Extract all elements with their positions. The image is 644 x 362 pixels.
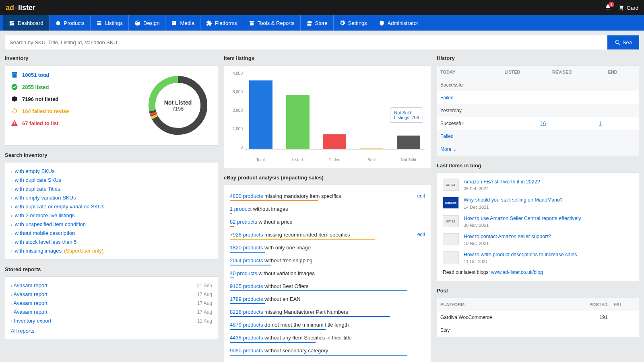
analysis-row: 7928 products missing recommended item s… <box>230 229 425 242</box>
listings-icon <box>96 20 102 26</box>
logo[interactable]: ad-lister <box>6 4 35 12</box>
report-item[interactable]: › Inventory export11 Aug <box>11 318 212 324</box>
bar-total[interactable] <box>249 80 272 149</box>
blog-item[interactable]: amazHow to use Amazon Seller Central rep… <box>443 215 633 228</box>
analysis-row: 82 products without a price <box>230 216 425 229</box>
blog-item[interactable]: amazAmazon FBA still worth it in 2022?05… <box>443 179 633 191</box>
nav-tools-reports[interactable]: Tools & Reports <box>243 15 301 31</box>
all-reports-link[interactable]: All reports <box>11 328 35 334</box>
report-item[interactable]: › Avasam report17 Aug <box>11 300 212 306</box>
chevron-right-icon: › <box>11 204 12 209</box>
analysis-count-link[interactable]: 7928 products <box>230 232 263 238</box>
bar-not sold[interactable] <box>397 136 420 149</box>
nav-store[interactable]: Store <box>301 15 334 31</box>
analysis-count-link[interactable]: 1820 products <box>230 245 263 251</box>
analysis-row: 1 product without images <box>230 204 425 216</box>
nav-administrator[interactable]: Administrator <box>373 15 424 31</box>
notifications-button[interactable]: 1 <box>605 4 611 11</box>
cart-icon <box>618 5 624 11</box>
nav-design[interactable]: Design <box>129 15 165 31</box>
chevron-right-icon: › <box>11 195 12 200</box>
history-row: Successful161 <box>437 117 639 130</box>
item-listings-chart-card: 4,0003,0002,0001,0000 Not Sold Listings:… <box>224 65 431 168</box>
report-item[interactable]: › Avasam report17 Aug <box>11 291 212 297</box>
warn-icon <box>11 119 18 127</box>
analysis-count-link[interactable]: 9105 products <box>230 283 263 289</box>
platforms-icon <box>206 20 212 26</box>
search-inventory-card: ›with empty SKUs›with duplicate SKUs›wit… <box>5 162 218 260</box>
media-icon <box>171 20 177 26</box>
user-menu[interactable]: Gard <box>618 5 638 11</box>
analysis-count-link[interactable]: 4438 products <box>230 335 263 341</box>
search-inv-item[interactable]: ›with missing images (SuperUser only) <box>11 248 212 254</box>
search-inv-item[interactable]: ›with 2 or more live listings <box>11 212 212 218</box>
search-bar: Sea <box>5 35 639 49</box>
search-inv-item[interactable]: ›with duplicate Titles <box>11 186 212 192</box>
analysis-count-link[interactable]: 8218 products <box>230 309 263 315</box>
products-icon <box>55 20 61 26</box>
chevron-right-icon: › <box>11 292 12 297</box>
edit-link[interactable]: edit <box>417 193 425 199</box>
chevron-right-icon: › <box>11 319 12 323</box>
stored-reports-card: › Avasam report21 Sep› Avasam report17 A… <box>5 276 218 340</box>
nav-settings[interactable]: Settings <box>334 15 373 31</box>
nav-dashboard[interactable]: Dashboard <box>3 15 50 31</box>
blog-title: Last items in blog <box>437 162 639 169</box>
search-button[interactable]: Sea <box>607 35 639 49</box>
blog-card: amazAmazon FBA still worth it in 2022?05… <box>437 173 639 281</box>
report-item[interactable]: › Avasam report17 Aug <box>11 309 212 315</box>
history-card: TODAYLISTEDREVISEDENDSuccessfulFailedYes… <box>437 65 639 156</box>
blog-item[interactable]: ManoMaWhy should you start selling on Ma… <box>443 197 633 209</box>
stored-reports-title: Stored reports <box>5 266 218 272</box>
bar-sold[interactable] <box>360 148 383 149</box>
analysis-count-link[interactable]: 1 product <box>230 206 252 212</box>
analysis-title: eBay product analysis (impacting sales) <box>224 175 431 181</box>
bar-listed[interactable] <box>286 95 310 149</box>
chevron-right-icon: › <box>11 222 12 227</box>
chevron-down-icon: ⌄ <box>453 146 457 152</box>
search-inv-item[interactable]: ›with unspecified item condition <box>11 221 212 227</box>
post-card: PLATFORMPOSTEDFAIGardiva WooCommerce191E… <box>437 298 639 337</box>
analysis-count-link[interactable]: 82 products <box>230 219 257 225</box>
search-inv-item[interactable]: ›with stock level less than 5 <box>11 239 212 245</box>
search-inv-item[interactable]: ›with empty SKUs <box>11 168 212 174</box>
nav-media[interactable]: Media <box>165 15 200 31</box>
inv-stat[interactable]: 2855 listed <box>11 83 69 90</box>
blog-link[interactable]: www.ad-lister.co.uk/blog <box>491 269 543 275</box>
edit-link[interactable]: edit <box>417 232 425 237</box>
search-inv-item[interactable]: ›with empty variation SKUs <box>11 195 212 201</box>
analysis-row: 9105 products without Best Offers <box>230 281 425 294</box>
search-inv-item[interactable]: ›with duplicate SKUs <box>11 177 212 183</box>
inventory-card: 10051 total2855 listed7196 not listed164… <box>5 65 218 146</box>
nav-platforms[interactable]: Platforms <box>200 15 243 31</box>
analysis-count-link[interactable]: 4879 products <box>230 322 263 328</box>
check-icon <box>11 83 18 90</box>
post-title: Post <box>437 288 639 294</box>
inv-stat[interactable]: 164 failed to revise <box>11 107 69 115</box>
chevron-right-icon: › <box>11 249 12 253</box>
inv-stat[interactable]: 10051 total <box>11 71 69 78</box>
bar-ended[interactable] <box>323 134 346 149</box>
search-inv-item[interactable]: ›with duplicate or empty variation SKUs <box>11 204 212 210</box>
analysis-card: 4800 products missing mandatory item spe… <box>224 185 431 362</box>
search-inv-item[interactable]: ›without mobile description <box>11 230 212 236</box>
inv-stat[interactable]: 7196 not listed <box>11 95 69 103</box>
item-listings-title: Item listings <box>224 55 431 61</box>
blog-item[interactable]: How to contact Amazon seller support?10 … <box>443 233 633 246</box>
blog-item[interactable]: How to write product descriptions to inc… <box>443 251 633 264</box>
inventory-title: Inventory <box>5 55 218 61</box>
search-input[interactable] <box>5 35 607 49</box>
analysis-count-link[interactable]: 40 products <box>230 270 257 276</box>
analysis-count-link[interactable]: 9090 products <box>230 348 263 354</box>
blog-thumb <box>443 251 459 263</box>
analysis-count-link[interactable]: 4800 products <box>230 193 263 199</box>
history-more[interactable]: More ⌄ <box>437 143 639 156</box>
analysis-count-link[interactable]: 1789 products <box>230 296 263 302</box>
inv-stat[interactable]: 67 failed to list <box>11 119 69 127</box>
analysis-count-link[interactable]: 2064 products <box>230 257 263 263</box>
nav-listings[interactable]: Listings <box>91 15 129 31</box>
report-item[interactable]: › Avasam report21 Sep <box>11 282 212 288</box>
archive-icon <box>11 71 18 78</box>
analysis-row: 1820 products with only one image <box>230 242 425 255</box>
nav-products[interactable]: Products <box>50 15 91 31</box>
